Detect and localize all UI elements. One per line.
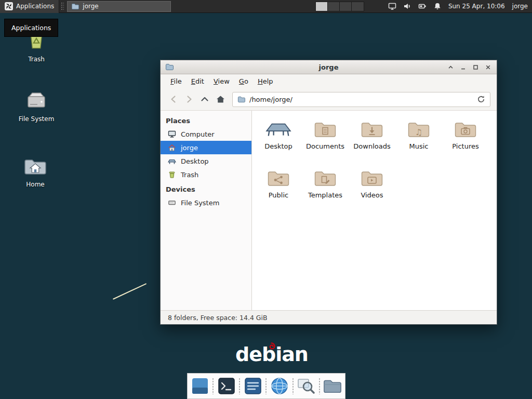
display-icon[interactable] (388, 2, 396, 10)
applications-menu-button[interactable]: Applications (0, 0, 59, 13)
forward-button[interactable] (181, 92, 197, 107)
iconbox (360, 166, 384, 189)
desktop-icon-label: Trash (28, 56, 45, 63)
path-folder-icon (237, 96, 245, 103)
console-launcher[interactable] (243, 376, 263, 396)
system-tray (388, 2, 442, 10)
user-menu[interactable]: jorge (512, 3, 528, 10)
menu-file[interactable]: File (166, 75, 187, 87)
menubar: File Edit View Go Help (161, 74, 497, 88)
home-icon (168, 143, 176, 152)
desktop-icon-file-system[interactable]: File System (10, 90, 62, 123)
iconbox (267, 166, 290, 189)
menu-view[interactable]: View (209, 75, 234, 87)
menu-help[interactable]: Help (253, 75, 278, 87)
file-item-music[interactable]: ♫ Music (395, 117, 442, 163)
home-folder-icon (23, 156, 47, 177)
sidebar-item-label: jorge (181, 144, 198, 152)
sidebar-item-label: Computer (181, 130, 215, 138)
home-icon (216, 95, 225, 104)
workspace-2[interactable] (328, 2, 340, 11)
videos-folder-icon (360, 169, 384, 189)
file-item-videos[interactable]: Videos (349, 166, 395, 211)
file-grid: Desktop Documents (252, 111, 497, 310)
file-manager-launcher[interactable] (322, 376, 343, 396)
terminal-launcher[interactable] (216, 376, 237, 396)
iconbox (313, 117, 337, 140)
web-browser-launcher[interactable] (269, 376, 290, 396)
applications-menu-label: Applications (16, 3, 54, 10)
forward-icon (184, 95, 194, 104)
desktop-icon-label: File System (19, 115, 55, 123)
pictures-folder-icon (454, 120, 477, 140)
app-finder-launcher[interactable] (296, 376, 316, 396)
file-item-label: Desktop (264, 142, 292, 150)
desktop-icon-home[interactable]: Home (9, 156, 61, 188)
toolbar: /home/jorge/ (161, 88, 497, 110)
up-button[interactable] (197, 92, 212, 107)
clock[interactable]: Sun 25 Apr, 10:06 (448, 3, 505, 10)
volume-icon[interactable] (403, 2, 411, 10)
svg-text:♫: ♫ (415, 127, 422, 137)
tooltip-text: Applications (11, 24, 51, 32)
taskbar-item-label: jorge (83, 3, 98, 10)
file-item-templates[interactable]: Templates (302, 166, 349, 211)
file-manager-icon (323, 377, 342, 395)
taskbar-item-jorge[interactable]: jorge (67, 1, 171, 12)
file-item-label: Downloads (353, 142, 390, 150)
sidebar-item-computer[interactable]: Computer (161, 127, 251, 141)
shade-button[interactable] (447, 64, 454, 71)
battery-icon[interactable] (418, 2, 427, 10)
file-manager-window: jorge File Edit View Go Help (160, 60, 497, 325)
file-item-label: Documents (306, 142, 344, 150)
applications-tooltip: Applications (4, 19, 58, 37)
close-button[interactable] (485, 64, 491, 71)
file-item-downloads[interactable]: Downloads (349, 117, 395, 163)
templates-folder-icon (313, 169, 337, 189)
sidebar-item-desktop[interactable]: Desktop (161, 154, 251, 168)
file-item-label: Public (269, 191, 288, 199)
file-item-pictures[interactable]: Pictures (442, 117, 489, 163)
minimize-button[interactable] (460, 64, 467, 71)
window-body: Places Computer jorge (161, 110, 497, 310)
dock-separator (212, 378, 214, 394)
top-panel: Applications jorge Sun 25 A (0, 0, 532, 13)
dock-separator (265, 378, 267, 394)
titlebar[interactable]: jorge (161, 60, 497, 74)
dock-separator (318, 378, 321, 394)
sidebar-item-jorge[interactable]: jorge (161, 141, 251, 154)
sidebar-item-file-system[interactable]: File System (161, 196, 251, 209)
applications-menu-icon (5, 2, 13, 10)
iconbox: ♫ (407, 117, 431, 140)
file-item-documents[interactable]: Documents (302, 117, 349, 163)
workspace-1[interactable] (316, 2, 328, 11)
file-item-label: Videos (361, 191, 383, 199)
workspace-3[interactable] (340, 2, 352, 11)
iconbox (265, 117, 291, 140)
notifications-bell-icon[interactable] (433, 2, 442, 10)
sidebar-item-trash[interactable]: Trash (161, 168, 251, 181)
statusbar-text: 8 folders, Free space: 14.4 GiB (168, 314, 268, 322)
file-item-public[interactable]: Public (255, 166, 302, 211)
back-button[interactable] (166, 92, 181, 107)
reload-icon[interactable] (477, 95, 485, 103)
music-folder-icon: ♫ (407, 120, 431, 140)
desktop-folder-icon (265, 119, 291, 140)
menu-edit[interactable]: Edit (187, 75, 209, 87)
iconbox (313, 166, 337, 189)
file-item-label: Music (409, 142, 429, 150)
web-browser-icon (270, 376, 289, 396)
sidebar: Places Computer jorge (161, 111, 252, 310)
workspace-switcher (315, 2, 364, 11)
file-item-desktop[interactable]: Desktop (255, 117, 302, 163)
file-item-label: Templates (308, 191, 342, 199)
home-button[interactable] (212, 92, 228, 107)
panel-handle (61, 2, 64, 10)
location-bar[interactable]: /home/jorge/ (232, 92, 490, 107)
menu-go[interactable]: Go (234, 75, 253, 87)
maximize-button[interactable] (472, 64, 479, 71)
dock-separator (292, 378, 294, 394)
desktop-settings-launcher[interactable] (190, 376, 210, 396)
workspace-4[interactable] (352, 2, 364, 11)
documents-folder-icon (313, 120, 337, 140)
